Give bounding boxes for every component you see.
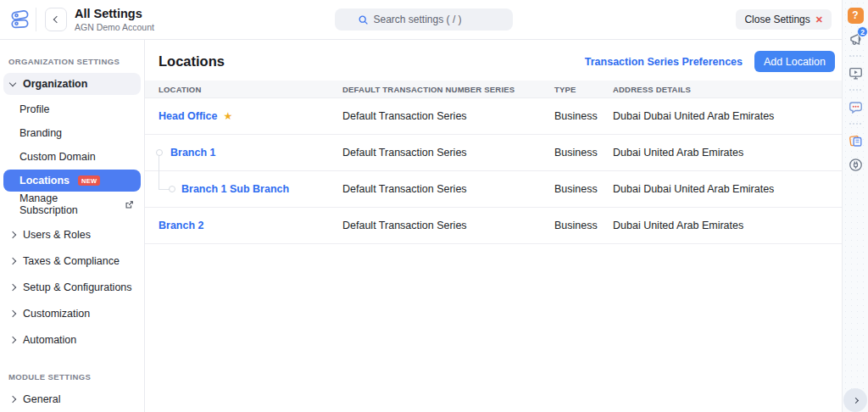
sidebar-group-automation[interactable]: Automation: [3, 329, 141, 351]
series-cell: Default Transaction Series: [342, 183, 554, 195]
rail-divider: [849, 89, 861, 91]
sidebar-group-setup-configurations[interactable]: Setup & Configurations: [3, 276, 141, 298]
sidebar-item-label: Manage Subscription: [19, 192, 118, 216]
chevron-right-icon: [9, 258, 16, 264]
back-button[interactable]: [45, 8, 67, 31]
divider: [36, 8, 36, 31]
column-type: TYPE: [554, 85, 613, 94]
feedback-chat-icon[interactable]: [846, 97, 865, 116]
external-link-icon: [125, 200, 134, 209]
tree-node-icon: [156, 149, 163, 156]
new-badge: NEW: [78, 175, 100, 187]
sidebar-collapsed-groups: Users & Roles Taxes & Compliance Setup &…: [3, 224, 141, 351]
sidebar-item-custom-domain[interactable]: Custom Domain: [3, 146, 141, 168]
sidebar-group-label: Automation: [23, 334, 76, 346]
top-header: All Settings AGN Demo Account Close Sett…: [0, 0, 842, 40]
integrations-icon[interactable]: [846, 155, 865, 174]
settings-sidebar: ORGANIZATION SETTINGS Organization Profi…: [0, 40, 145, 412]
help-glyph: ?: [848, 8, 864, 24]
address-cell: Dubai Dubai United Arab Emirates: [613, 110, 842, 122]
zoho-books-logo-icon[interactable]: [7, 7, 32, 32]
sidebar-item-label: Locations: [19, 175, 70, 187]
close-settings-button[interactable]: Close Settings ✕: [736, 9, 832, 30]
sidebar-group-customization[interactable]: Customization: [3, 303, 141, 325]
announcement-count-badge: 2: [857, 26, 868, 37]
sidebar-group-label: Taxes & Compliance: [23, 255, 120, 267]
settings-search[interactable]: [335, 8, 513, 31]
close-icon: ✕: [815, 14, 823, 25]
sidebar-item-label: Custom Domain: [19, 151, 96, 163]
type-cell: Business: [554, 183, 613, 195]
help-rail: ? 2: [842, 0, 868, 412]
series-cell: Default Transaction Series: [342, 110, 554, 122]
address-cell: Dubai United Arab Emirates: [613, 220, 842, 231]
chevron-right-icon: [9, 284, 16, 291]
rail-divider: [849, 55, 861, 57]
account-name: AGN Demo Account: [75, 22, 154, 32]
add-location-button[interactable]: Add Location: [754, 51, 835, 72]
sidebar-group-label: Customization: [23, 308, 90, 320]
page-title: All Settings: [75, 7, 154, 21]
section-organization-settings: ORGANIZATION SETTINGS: [8, 57, 141, 66]
search-icon: [358, 14, 369, 25]
table-row: Branch 1 Sub Branch Default Transaction …: [145, 171, 842, 208]
series-cell: Default Transaction Series: [342, 147, 554, 159]
announcements-icon[interactable]: 2: [846, 30, 865, 48]
sidebar-group-users-roles[interactable]: Users & Roles: [3, 224, 141, 246]
chevron-right-icon: [9, 310, 16, 317]
chevron-right-icon: [852, 397, 858, 403]
column-address-details: ADDRESS DETAILS: [613, 85, 842, 94]
chevron-right-icon: [9, 396, 16, 403]
sidebar-item-label: Profile: [19, 103, 49, 115]
rail-divider: [849, 123, 861, 125]
table-row: Branch 2 Default Transaction Series Busi…: [145, 208, 842, 244]
sidebar-group-label: Setup & Configurations: [23, 281, 132, 293]
sidebar-item-locations[interactable]: Locations NEW: [3, 170, 141, 192]
chevron-down-icon: [9, 80, 16, 86]
sidebar-group-general[interactable]: General: [3, 388, 141, 410]
column-default-series: DEFAULT TRANSACTION NUMBER SERIES: [342, 85, 554, 94]
table-row: Head Office ★ Default Transaction Series…: [145, 98, 842, 135]
tree-connector-line: [159, 153, 159, 189]
tree-node-icon: [169, 186, 175, 192]
chevron-left-icon: [53, 16, 60, 23]
locations-header: Locations Transaction Series Preferences…: [145, 40, 842, 81]
type-cell: Business: [554, 110, 613, 122]
column-location: LOCATION: [159, 85, 342, 94]
chevron-right-icon: [9, 337, 16, 343]
location-link-branch-1-sub-branch[interactable]: Branch 1 Sub Branch: [181, 183, 289, 195]
table-row: Branch 1 Default Transaction Series Busi…: [145, 135, 842, 171]
close-settings-label: Close Settings: [744, 14, 810, 25]
sidebar-item-manage-subscription[interactable]: Manage Subscription: [3, 193, 141, 215]
transaction-series-preferences-link[interactable]: Transaction Series Preferences: [585, 56, 743, 68]
chevron-right-icon: [9, 231, 16, 238]
sidebar-group-label: Users & Roles: [23, 229, 91, 241]
primary-star-icon: ★: [223, 110, 232, 122]
series-cell: Default Transaction Series: [342, 220, 554, 231]
location-link-branch-2[interactable]: Branch 2: [159, 220, 204, 231]
address-cell: Dubai Dubai United Arab Emirates: [613, 183, 842, 195]
resources-icon[interactable]: [846, 131, 865, 150]
sidebar-group-organization[interactable]: Organization: [3, 73, 141, 95]
help-icon[interactable]: ?: [846, 6, 865, 25]
locations-panel: Locations Transaction Series Preferences…: [145, 40, 842, 412]
type-cell: Business: [554, 220, 613, 231]
header-titles: All Settings AGN Demo Account: [75, 7, 154, 32]
location-link-branch-1[interactable]: Branch 1: [170, 147, 216, 159]
video-tutorials-icon[interactable]: [846, 64, 865, 82]
sidebar-group-label: Organization: [23, 78, 87, 90]
sidebar-group-taxes-compliance[interactable]: Taxes & Compliance: [3, 250, 141, 272]
type-cell: Business: [554, 147, 613, 159]
sidebar-group-label: General: [23, 393, 60, 405]
sidebar-item-branding[interactable]: Branding: [3, 122, 141, 144]
locations-title: Locations: [159, 53, 225, 70]
address-cell: Dubai United Arab Emirates: [613, 147, 842, 159]
settings-app: All Settings AGN Demo Account Close Sett…: [0, 0, 868, 412]
sidebar-item-label: Branding: [19, 127, 62, 139]
collapse-rail-button[interactable]: [843, 388, 867, 412]
section-module-settings: MODULE SETTINGS: [8, 372, 141, 381]
sidebar-item-profile[interactable]: Profile: [3, 98, 141, 120]
table-header: LOCATION DEFAULT TRANSACTION NUMBER SERI…: [145, 81, 842, 98]
search-input[interactable]: [374, 14, 491, 25]
location-link-head-office[interactable]: Head Office: [159, 110, 217, 122]
